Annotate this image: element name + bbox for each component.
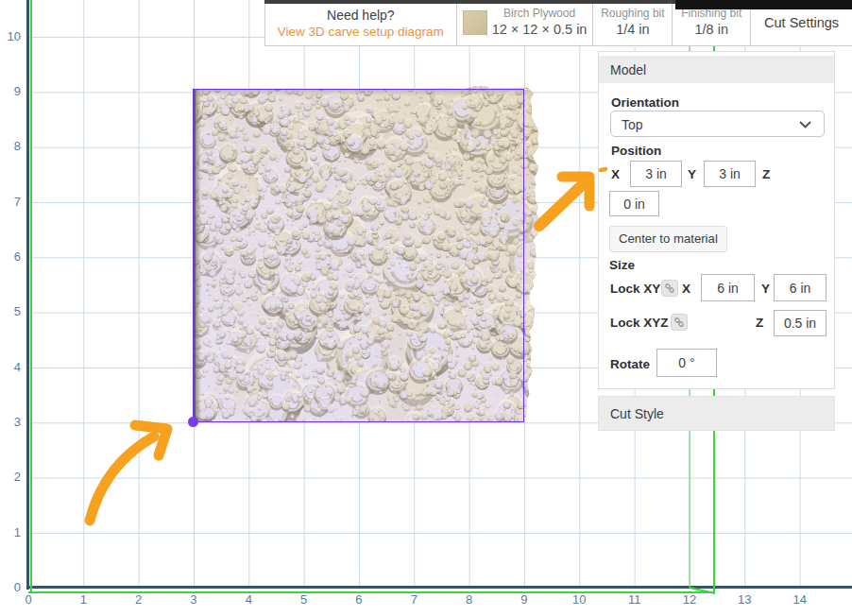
roughing-bit-value: 1/4 in bbox=[616, 21, 649, 39]
rotate-label: Rotate bbox=[610, 357, 650, 371]
lock-xyz-button[interactable] bbox=[671, 314, 688, 331]
model-panel: Model Orientation Top Position X Y Z Cen… bbox=[598, 51, 835, 389]
rotate-input[interactable] bbox=[656, 349, 717, 377]
view-3d-carve-setup-diagram-link[interactable]: View 3D carve setup diagram bbox=[278, 24, 444, 40]
size-label: Size bbox=[609, 258, 635, 272]
need-help-text: Need help? bbox=[327, 7, 395, 24]
cut-style-title: Cut Style bbox=[610, 406, 664, 421]
material-swatch bbox=[463, 10, 487, 35]
size-z-label: Z bbox=[756, 316, 763, 330]
model-selection-outline bbox=[193, 89, 524, 422]
help-section: Need help? View 3D carve setup diagram bbox=[265, 0, 457, 45]
workspace: 01234567891011121314012345678910 Need he… bbox=[0, 0, 852, 616]
size-x-label: X bbox=[682, 282, 690, 296]
unlink-icon bbox=[664, 282, 675, 294]
orientation-value: Top bbox=[622, 117, 643, 132]
chevron-down-icon bbox=[799, 121, 811, 128]
window-top-black-bar bbox=[675, 0, 852, 9]
position-z-input[interactable] bbox=[609, 191, 659, 216]
roughing-bit-section[interactable]: Roughing bit 1/4 in bbox=[593, 0, 673, 45]
position-x-input[interactable] bbox=[630, 161, 682, 187]
cut-style-panel-header[interactable]: Cut Style bbox=[598, 396, 835, 431]
lock-xy-button[interactable] bbox=[661, 280, 678, 297]
size-y-input[interactable] bbox=[774, 274, 826, 301]
size-y-label: Y bbox=[761, 282, 770, 296]
size-z-input[interactable] bbox=[774, 310, 826, 336]
finishing-bit-value: 1/8 in bbox=[694, 21, 727, 39]
material-name: Birch Plywood bbox=[503, 7, 575, 21]
material-section[interactable]: Birch Plywood 12 × 12 × 0.5 in bbox=[457, 0, 594, 45]
model-panel-header: Model bbox=[599, 56, 834, 83]
position-z-label: Z bbox=[762, 167, 770, 181]
orientation-select[interactable]: Top bbox=[610, 111, 825, 137]
position-y-label: Y bbox=[688, 167, 696, 181]
position-label: Position bbox=[611, 144, 661, 158]
size-x-input[interactable] bbox=[701, 274, 755, 301]
lock-xy-label: Lock XY bbox=[610, 282, 660, 296]
position-x-label: X bbox=[611, 167, 620, 181]
center-to-material-button[interactable]: Center to material bbox=[609, 226, 727, 252]
roughing-bit-label: Roughing bit bbox=[601, 7, 664, 21]
model-panel-title: Model bbox=[610, 62, 646, 77]
position-y-input[interactable] bbox=[704, 161, 756, 187]
orientation-label: Orientation bbox=[611, 95, 679, 110]
lock-xyz-label: Lock XYZ bbox=[610, 316, 669, 330]
model-origin-handle[interactable] bbox=[188, 417, 198, 427]
unlink-icon bbox=[673, 317, 685, 328]
material-dimensions: 12 × 12 × 0.5 in bbox=[492, 21, 588, 39]
